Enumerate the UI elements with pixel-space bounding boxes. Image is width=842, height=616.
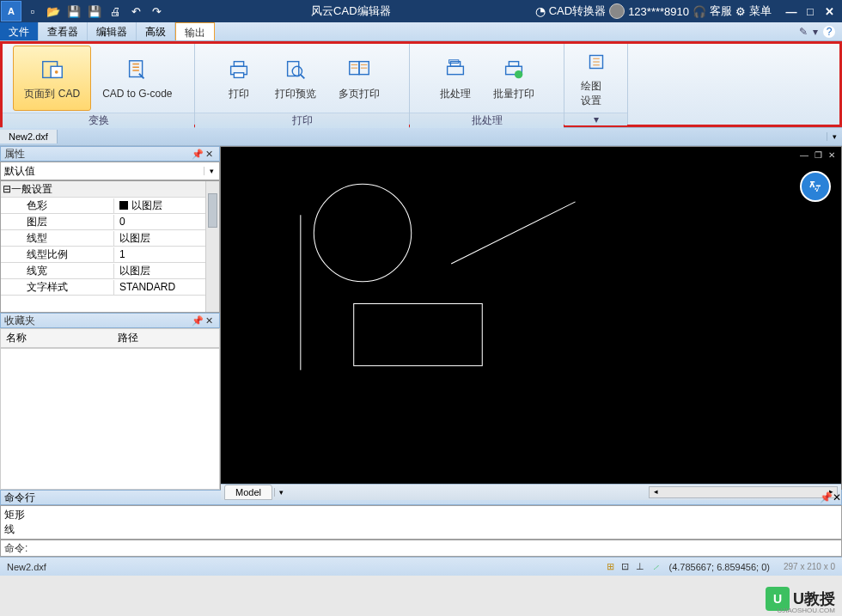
grid-icon[interactable]: ⊡ <box>619 561 631 572</box>
status-bar: New2.dxf ⊞ ⊡ ⊥ ⟋ (4.785667; 6.859456; 0)… <box>0 557 842 576</box>
svg-point-18 <box>314 184 411 281</box>
user-box[interactable]: 123****8910 <box>609 3 689 19</box>
pin-icon[interactable]: 📌 <box>192 315 205 326</box>
fav-col-name[interactable]: 名称 <box>1 329 113 347</box>
chevron-down-icon: ▾ <box>594 113 599 125</box>
polar-icon[interactable]: ⟋ <box>650 562 662 572</box>
page-to-cad-button[interactable]: 页面到 CAD <box>13 46 91 111</box>
close-button[interactable]: ✕ <box>820 5 839 18</box>
print-preview-button[interactable]: 打印预览 <box>264 46 327 111</box>
canvas-area: — ❐ ✕ Model ▾ ◂ ▸ <box>220 146 842 490</box>
maximize-button[interactable]: □ <box>801 5 820 18</box>
gear-icon[interactable]: ⚙ <box>735 5 746 18</box>
save-as-icon[interactable]: 💾 <box>85 2 104 21</box>
props-section-header[interactable]: ⊟ 一般设置 <box>1 181 219 198</box>
close-panel-icon[interactable]: ✕ <box>205 315 219 326</box>
prop-row[interactable]: 线型以图层 <box>1 230 219 247</box>
command-input[interactable] <box>31 542 841 554</box>
undo-icon[interactable]: ↶ <box>126 2 145 21</box>
svg-line-20 <box>451 202 575 264</box>
drawing-canvas[interactable]: — ❐ ✕ <box>221 147 841 484</box>
snap-icon[interactable]: ⊞ <box>605 561 616 572</box>
status-dimensions: 297 x 210 x 0 <box>777 562 842 571</box>
ribbon-group-settings-drop[interactable]: ▾ <box>564 113 627 125</box>
menu-viewer[interactable]: 查看器 <box>39 22 88 40</box>
document-tabs: New2.dxf ▾ <box>0 127 842 146</box>
prop-row[interactable]: 线宽以图层 <box>1 263 219 279</box>
avatar-icon <box>609 3 625 19</box>
props-default-dropdown[interactable]: 默认值 ▾ <box>0 162 220 180</box>
batch-print-icon <box>500 56 528 83</box>
svg-rect-6 <box>234 72 243 77</box>
canvas-restore-icon[interactable]: ❐ <box>812 150 824 162</box>
username: 123****8910 <box>628 5 689 18</box>
svg-rect-11 <box>447 66 463 74</box>
model-tab-dropdown-icon[interactable]: ▾ <box>274 488 288 497</box>
favorites-panel: 名称 路径 <box>0 328 220 490</box>
print-button[interactable]: 打印 <box>214 46 264 111</box>
open-icon[interactable]: 📂 <box>44 2 63 21</box>
close-panel-icon[interactable]: ✕ <box>205 149 219 160</box>
converter-link[interactable]: CAD转换器 <box>549 3 606 19</box>
support-link[interactable]: 客服 <box>710 3 732 19</box>
status-coords: (4.785667; 6.859456; 0) <box>662 562 777 572</box>
printer-icon <box>225 56 253 83</box>
help-dropdown-icon[interactable]: ▾ <box>813 26 818 38</box>
properties-grid: ⊟ 一般设置 色彩以图层 图层0 线型以图层 线型比例1 线宽以图层 文字样式S… <box>0 180 220 313</box>
drawing-settings-button[interactable]: 绘图设置 <box>570 46 622 111</box>
favorites-list[interactable] <box>0 348 220 490</box>
title-bar: A ▫ 📂 💾 💾 🖨 ↶ ↷ 风云CAD编辑器 ◔ CAD转换器 123***… <box>0 0 842 22</box>
save-icon[interactable]: 💾 <box>64 2 83 21</box>
cad-to-gcode-button[interactable]: CAD to G-code <box>91 46 183 111</box>
batch-button[interactable]: 批处理 <box>429 46 482 111</box>
app-logo-icon[interactable]: A <box>1 1 21 21</box>
close-panel-icon[interactable]: ✕ <box>833 491 841 503</box>
svg-point-16 <box>514 70 522 77</box>
menu-editor[interactable]: 编辑器 <box>88 22 137 40</box>
menu-file[interactable]: 文件 <box>0 22 39 40</box>
scroll-left-icon[interactable]: ◂ <box>650 487 662 497</box>
fav-col-path[interactable]: 路径 <box>113 329 143 347</box>
watermark-domain: UJIAOSHOU.COM <box>777 607 835 614</box>
pin-icon[interactable]: 📌 <box>192 149 205 160</box>
prop-row[interactable]: 线型比例1 <box>1 247 219 263</box>
command-input-row: 命令: <box>0 540 842 557</box>
doc-tab[interactable]: New2.dxf <box>0 130 58 143</box>
print-icon[interactable]: 🖨 <box>106 2 125 21</box>
menu-link[interactable]: 菜单 <box>749 3 772 19</box>
canvas-min-icon[interactable]: — <box>798 150 810 162</box>
prop-row[interactable]: 文字样式STANDARD <box>1 279 219 296</box>
edit-style-icon[interactable]: ✎ <box>799 26 808 38</box>
canvas-close-icon[interactable]: ✕ <box>826 150 838 162</box>
command-history[interactable]: 矩形 线 <box>0 505 842 540</box>
model-tabs: Model ▾ ◂ ▸ <box>221 484 841 500</box>
minimize-button[interactable]: — <box>782 5 801 18</box>
prop-row[interactable]: 色彩以图层 <box>1 198 219 214</box>
redo-icon[interactable]: ↷ <box>147 2 166 21</box>
ribbon-group-print: 打印 <box>195 113 409 128</box>
prop-row[interactable]: 图层0 <box>1 214 219 230</box>
props-scrollbar[interactable] <box>205 181 219 312</box>
svg-point-2 <box>55 70 58 73</box>
converter-icon[interactable]: ◔ <box>535 4 546 18</box>
menu-output[interactable]: 输出 <box>175 22 215 40</box>
ortho-icon[interactable]: ⊥ <box>634 561 646 572</box>
status-filename: New2.dxf <box>0 562 53 572</box>
help-icon[interactable]: ? <box>823 26 835 38</box>
translate-float-button[interactable] <box>800 171 831 202</box>
new-icon[interactable]: ▫ <box>23 2 42 21</box>
translate-icon <box>808 179 823 194</box>
svg-rect-21 <box>354 303 483 365</box>
canvas-hscrollbar[interactable]: ◂ ▸ <box>649 486 838 498</box>
headset-icon[interactable]: 🎧 <box>693 5 706 18</box>
model-tab[interactable]: Model <box>224 485 272 500</box>
settings-icon <box>583 48 610 76</box>
menu-advanced[interactable]: 高级 <box>137 22 175 40</box>
multipage-print-button[interactable]: 多页打印 <box>327 46 391 111</box>
properties-panel-header: 属性 📌 ✕ <box>0 146 220 162</box>
batch-print-button[interactable]: 批量打印 <box>482 46 546 111</box>
page-to-cad-icon <box>39 56 66 83</box>
ribbon-group-transform: 变换 <box>3 113 194 128</box>
tabs-dropdown-icon[interactable]: ▾ <box>827 132 842 141</box>
magnifier-icon <box>282 56 309 83</box>
